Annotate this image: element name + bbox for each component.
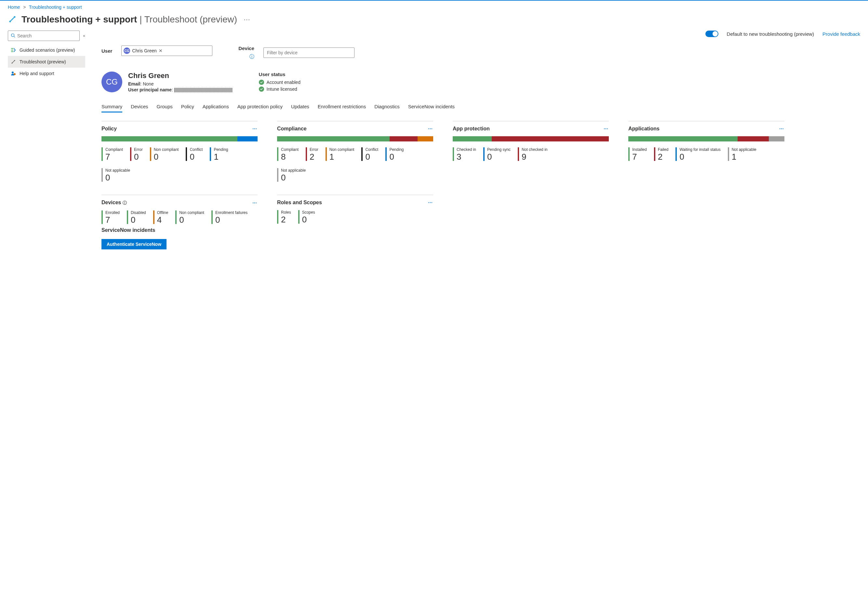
metric-value: 1: [329, 152, 355, 161]
metric-label: Not checked in: [522, 147, 547, 152]
bar-segment: [453, 136, 492, 141]
close-icon[interactable]: ✕: [159, 48, 163, 53]
metric-value: 7: [105, 152, 123, 161]
card-menu-icon[interactable]: ⋯: [779, 126, 784, 131]
svg-point-5: [11, 62, 12, 64]
breadcrumb: Home > Troubleshooting + support: [8, 4, 860, 12]
card-items: Compliant7Error0Non compliant0Conflict0P…: [101, 147, 257, 182]
svg-point-1: [9, 20, 11, 22]
metric-label: Pending: [214, 147, 228, 152]
svg-point-4: [14, 60, 15, 61]
card-title: App protection: [453, 126, 490, 132]
authenticate-servicenow-button[interactable]: Authenticate ServiceNow: [101, 239, 166, 250]
card-menu-icon[interactable]: ⋯: [604, 126, 609, 131]
metric-label: Enrollment failures: [215, 210, 248, 215]
title-main: Troubleshooting + support: [22, 14, 137, 25]
sidebar-item-troubleshoot[interactable]: Troubleshoot (preview): [8, 56, 85, 68]
card-menu-icon[interactable]: ⋯: [253, 200, 257, 206]
card-menu-icon[interactable]: ⋯: [428, 200, 433, 205]
metric-value: 0: [365, 152, 378, 161]
sidebar-search-input[interactable]: [17, 33, 77, 38]
info-icon[interactable]: ⓘ: [122, 200, 127, 205]
sidebar-item-label: Troubleshoot (preview): [20, 59, 66, 64]
card-items: Installed7Failed2Waiting for install sta…: [628, 147, 784, 161]
metric-label: Offline: [157, 210, 168, 215]
tab-policy[interactable]: Policy: [181, 102, 194, 113]
tab-app-protection-policy[interactable]: App protection policy: [237, 102, 283, 113]
card-items: Roles2Scopes0: [277, 210, 433, 224]
sidebar-item-help[interactable]: Help and support: [8, 68, 85, 79]
metric-item: Failed2: [654, 147, 669, 161]
metric-item: Pending1: [210, 147, 228, 161]
metric-value: 7: [632, 152, 647, 161]
tab-devices[interactable]: Devices: [131, 102, 148, 113]
provide-feedback-link[interactable]: Provide feedback: [823, 31, 860, 37]
metric-value: 0: [302, 215, 315, 224]
user-chip: CG Chris Green ✕: [124, 48, 162, 54]
metric-label: Not applicable: [281, 168, 306, 173]
tab-groups[interactable]: Groups: [157, 102, 173, 113]
metric-tick: [453, 147, 454, 161]
metric-item: Waiting for install status0: [676, 147, 720, 161]
tab-diagnostics[interactable]: Diagnostics: [374, 102, 400, 113]
bar-segment: [628, 136, 738, 141]
svg-point-0: [14, 16, 15, 17]
card-title: Roles and Scopes: [277, 200, 322, 206]
user-filter-input[interactable]: CG Chris Green ✕: [121, 45, 212, 56]
metric-tick: [518, 147, 519, 161]
metric-tick: [628, 147, 629, 161]
check-icon: [259, 80, 264, 85]
email-label: Email: [128, 81, 140, 87]
bar-segment: [390, 136, 418, 141]
sidebar-item-guided[interactable]: Guided scenarios (preview): [8, 44, 85, 56]
card-items: Compliant8Error2Non compliant1Conflict0P…: [277, 147, 433, 182]
default-troubleshoot-toggle[interactable]: [705, 31, 718, 37]
metric-item: Compliant8: [277, 147, 299, 161]
metric-label: Checked in: [457, 147, 476, 152]
tab-updates[interactable]: Updates: [291, 102, 309, 113]
svg-line-3: [14, 36, 15, 37]
metric-item: Error2: [306, 147, 318, 161]
toggle-label: Default to new troubleshooting (preview): [727, 31, 814, 37]
status-account-enabled: Account enabled: [259, 80, 301, 85]
collapse-icon[interactable]: «: [83, 34, 85, 38]
chevron-right-icon: >: [23, 5, 26, 10]
tab-enrollment-restrictions[interactable]: Enrollment restrictions: [318, 102, 366, 113]
metric-item: Installed7: [628, 147, 647, 161]
breadcrumb-current: Troubleshooting + support: [29, 5, 82, 10]
metric-item: Not applicable0: [277, 168, 306, 182]
metric-tick: [728, 147, 729, 161]
bar-segment: [769, 136, 784, 141]
card-policy: Policy⋯ Compliant7Error0Non compliant0Co…: [101, 121, 257, 182]
card-menu-icon[interactable]: ⋯: [428, 126, 433, 131]
metric-item: Checked in3: [453, 147, 476, 161]
metric-tick: [211, 210, 213, 224]
metric-label: Disabled: [131, 210, 146, 215]
metric-tick: [654, 147, 655, 161]
device-filter-input[interactable]: [264, 48, 355, 58]
card-bar: [101, 136, 257, 141]
tab-applications[interactable]: Applications: [203, 102, 229, 113]
card-items: Checked in3Pending sync0Not checked in9: [453, 147, 609, 161]
tab-summary[interactable]: Summary: [101, 102, 122, 113]
info-icon[interactable]: ⓘ: [250, 54, 254, 60]
metric-item: Pending0: [385, 147, 404, 161]
card-menu-icon[interactable]: ⋯: [253, 126, 257, 131]
bar-segment: [277, 136, 390, 141]
more-icon[interactable]: ⋯: [242, 16, 252, 23]
metric-tick: [676, 147, 677, 161]
metric-label: Non compliant: [179, 210, 204, 215]
bar-segment: [101, 136, 237, 141]
card-title: Compliance: [277, 126, 307, 132]
avatar: CG: [101, 71, 122, 92]
metric-label: Roles: [281, 210, 291, 215]
metric-label: Scopes: [302, 210, 315, 215]
metric-value: 0: [679, 152, 720, 161]
sidebar-search[interactable]: [8, 31, 80, 41]
tab-servicenow-incidents[interactable]: ServiceNow incidents: [408, 102, 455, 113]
metric-value: 8: [281, 152, 299, 161]
metric-tick: [385, 147, 387, 161]
metric-tick: [277, 210, 278, 224]
breadcrumb-home[interactable]: Home: [8, 5, 20, 10]
metric-tick: [150, 147, 151, 161]
